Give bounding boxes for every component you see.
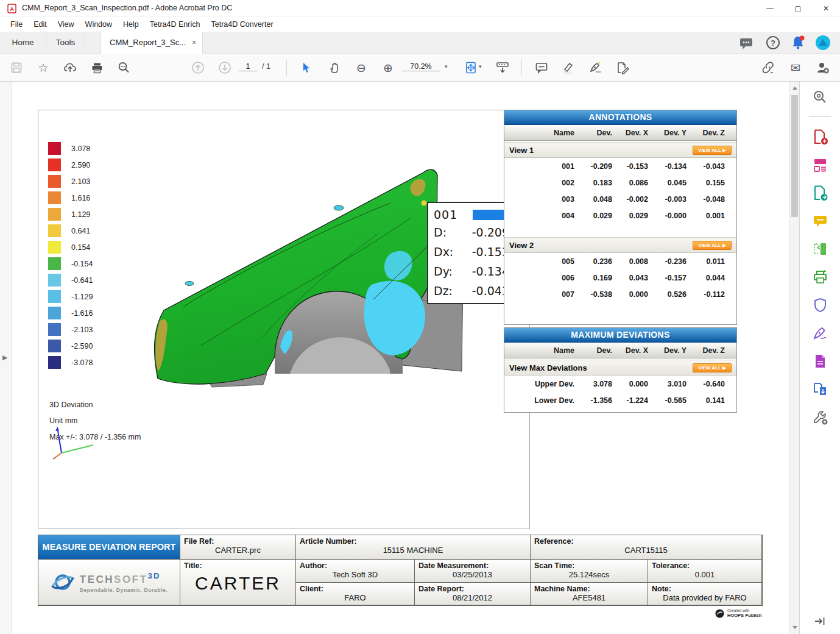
menu-window[interactable]: Window — [80, 20, 118, 29]
search-button[interactable] — [116, 60, 132, 76]
save-icon — [10, 62, 23, 74]
legend-value-label: -1.129 — [71, 293, 93, 301]
legend-value-label: -2.590 — [71, 342, 93, 351]
table-cell: -0.003 — [648, 195, 686, 204]
scrollbar-thumb[interactable] — [791, 95, 798, 217]
fit-page-icon — [464, 61, 478, 74]
highlight-tool-button[interactable] — [560, 60, 576, 76]
legend-color-swatch — [48, 340, 61, 352]
hand-tool-button[interactable] — [326, 60, 342, 76]
fit-dropdown-caret[interactable]: ▾ — [479, 63, 482, 69]
pdf-page: 3.0782.5902.1031.6161.1290.6410.154-0.15… — [12, 82, 789, 634]
send-for-signature-button[interactable] — [814, 60, 830, 76]
next-page-button[interactable] — [217, 60, 233, 76]
maximize-button[interactable]: ▢ — [784, 0, 812, 17]
search-tools-icon[interactable] — [812, 89, 828, 105]
zoom-in-button[interactable]: ⊕ — [380, 60, 396, 76]
max-deviations-title: MAXIMUM DEVIATIONS — [504, 328, 736, 343]
zoom-level-input[interactable]: 70.2% — [402, 62, 440, 71]
max-deviations-rows: Upper Dev.3.0780.0003.010-0.640Lower Dev… — [504, 376, 736, 408]
collapse-rail-icon[interactable] — [813, 616, 827, 627]
fill-sign-rail-icon[interactable] — [812, 325, 828, 341]
menu-tetra4d-converter[interactable]: Tetra4D Converter — [205, 20, 278, 29]
page-number-input[interactable]: 1 — [239, 62, 257, 71]
person-add-icon — [816, 61, 830, 74]
table-row[interactable]: Lower Dev.-1.356-1.224-0.5650.141 — [504, 392, 724, 408]
menu-edit[interactable]: Edit — [28, 20, 52, 29]
table-row[interactable]: 007-0.5380.0000.526-0.112 — [504, 286, 724, 302]
comment-tool-rail-icon[interactable] — [812, 213, 828, 229]
fill-sign-tool-button[interactable] — [587, 60, 603, 76]
table-row[interactable]: 0050.2360.008-0.2360.011 — [504, 253, 724, 269]
legend-color-swatch — [48, 158, 61, 171]
zoom-out-button[interactable]: ⊖ — [353, 60, 369, 76]
report-header: MEASURE DEVIATION REPORT — [38, 535, 180, 560]
fit-page-button[interactable] — [463, 60, 479, 76]
table-row[interactable]: 001-0.209-0.153-0.134-0.043 — [504, 158, 724, 174]
scroll-up-arrow[interactable] — [792, 87, 797, 90]
tab-tools[interactable]: Tools — [46, 32, 85, 54]
previous-page-button[interactable] — [190, 60, 206, 76]
3d-viewer-canvas[interactable]: 3.0782.5902.1031.6161.1290.6410.154-0.15… — [38, 110, 530, 529]
view-all-button[interactable]: VIEW ALL ▶ — [693, 146, 732, 155]
combine-files-icon[interactable] — [812, 157, 828, 173]
expand-nav-pane-icon[interactable]: ▶ — [2, 354, 7, 362]
convert-share-icon[interactable] — [812, 381, 828, 397]
file-ref-cell: File Ref: CARTER.prc — [180, 535, 296, 560]
table-row[interactable]: 0040.0290.029-0.0000.001 — [504, 207, 724, 224]
create-pdf-icon[interactable] — [812, 129, 828, 145]
print-button[interactable] — [89, 60, 105, 76]
export-pdf-icon[interactable] — [812, 185, 828, 201]
legend-color-swatch — [48, 175, 61, 188]
legend-item: -0.154 — [48, 255, 93, 272]
table-row[interactable]: 0020.1830.0860.0450.155 — [504, 174, 724, 191]
feedback-bubble-icon[interactable] — [738, 35, 754, 51]
table-cell: Upper Dev. — [504, 380, 574, 388]
menu-view[interactable]: View — [52, 20, 80, 29]
zoom-dropdown-caret[interactable]: ▾ — [445, 63, 448, 69]
organize-pages-icon[interactable] — [812, 241, 828, 257]
stamp-tool-button[interactable] — [614, 60, 630, 76]
annotations-view1-rows: 001-0.209-0.153-0.134-0.0430020.1830.086… — [504, 158, 736, 224]
help-icon[interactable]: ? — [765, 35, 781, 51]
comment-bubble-icon — [535, 61, 548, 74]
edit-pdf-icon[interactable] — [812, 353, 828, 369]
account-avatar[interactable] — [815, 35, 831, 51]
close-button[interactable]: ✕ — [812, 0, 840, 17]
table-cell: 0.008 — [612, 257, 648, 266]
table-row[interactable]: Upper Dev.3.0780.0003.010-0.640 — [504, 376, 724, 392]
legend-value-label: -0.154 — [71, 260, 93, 268]
tab-close-icon[interactable]: × — [192, 32, 196, 54]
protect-pdf-icon[interactable] — [812, 297, 828, 313]
toolbar-separator — [286, 60, 287, 76]
table-cell: 0.044 — [686, 274, 725, 282]
table-row[interactable]: 0030.048-0.002-0.003-0.048 — [504, 191, 724, 207]
share-link-button[interactable] — [760, 60, 776, 76]
tab-document[interactable]: CMM_Report_3_Sc... × — [101, 32, 203, 54]
view-all-button[interactable]: VIEW ALL ▶ — [693, 241, 732, 250]
select-tool-button[interactable] — [298, 60, 314, 76]
more-tools-icon[interactable] — [812, 409, 828, 426]
vertical-scrollbar[interactable] — [789, 82, 799, 634]
author-cell: Author: Tech Soft 3D — [296, 560, 415, 583]
star-favorite-button[interactable]: ☆ — [35, 60, 51, 76]
table-row[interactable]: 0060.1690.043-0.1570.044 — [504, 269, 724, 286]
scan-ocr-icon[interactable] — [812, 269, 828, 285]
share-cloud-button[interactable] — [62, 60, 78, 76]
menu-help[interactable]: Help — [118, 20, 144, 29]
email-button[interactable]: ✉ — [788, 60, 803, 76]
tab-home[interactable]: Home — [0, 32, 46, 54]
page-display-button[interactable] — [495, 60, 510, 76]
legend-item: -3.078 — [48, 354, 93, 371]
menu-tetra4d-enrich[interactable]: Tetra4D Enrich — [144, 20, 206, 29]
scroll-down-arrow[interactable] — [792, 626, 797, 629]
notification-bell-icon[interactable] — [790, 35, 806, 51]
legend-color-swatch — [48, 208, 61, 221]
save-button[interactable] — [9, 60, 24, 76]
view-all-button[interactable]: VIEW ALL ▶ — [693, 363, 732, 372]
menu-file[interactable]: File — [5, 20, 28, 29]
legend-value-label: 2.103 — [71, 177, 90, 186]
minimize-button[interactable]: — — [756, 0, 784, 17]
deviation-color-legend: 3.0782.5902.1031.6161.1290.6410.154-0.15… — [48, 140, 93, 371]
comment-tool-button[interactable] — [534, 60, 549, 76]
